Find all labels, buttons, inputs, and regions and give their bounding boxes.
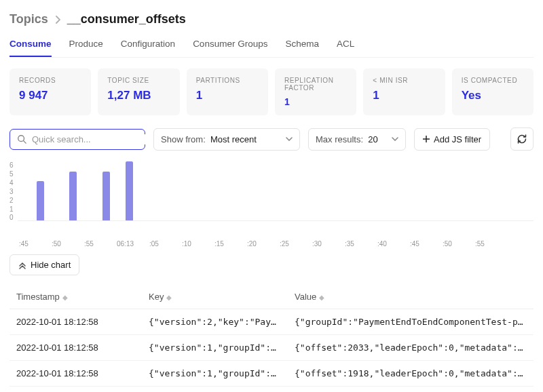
cell-key: {"version":1,"groupId":"… bbox=[142, 361, 288, 387]
stat-label: REPLICATION FACTOR bbox=[284, 77, 347, 92]
refresh-button[interactable] bbox=[510, 128, 533, 151]
stat-label: TOPIC SIZE bbox=[107, 77, 170, 84]
hide-chart-label: Hide chart bbox=[31, 260, 71, 270]
search-input-wrapper[interactable] bbox=[10, 129, 145, 150]
refresh-icon bbox=[517, 134, 527, 144]
tab-consumer-groups[interactable]: Consumer Groups bbox=[193, 39, 267, 57]
stats-row: RECORDS 9 947 TOPIC SIZE 1,27 MB PARTITI… bbox=[10, 68, 533, 115]
chevron-down-icon bbox=[392, 137, 398, 141]
hide-chart-button[interactable]: Hide chart bbox=[10, 254, 79, 275]
stat-replication-factor: REPLICATION FACTOR 1 bbox=[275, 68, 356, 115]
chart-yaxis: 6 5 4 3 2 1 0 bbox=[10, 161, 18, 221]
cell-value: {"offset":1918,"leaderEpoch":0,"metadata… bbox=[288, 361, 533, 387]
sort-icon: ◆ bbox=[319, 294, 324, 301]
search-input[interactable] bbox=[32, 134, 146, 144]
stat-label: < MIN ISR bbox=[373, 77, 435, 84]
maxresults-value: 20 bbox=[368, 134, 377, 144]
stat-label: PARTITIONS bbox=[196, 77, 259, 84]
breadcrumb-root[interactable]: Topics bbox=[10, 12, 48, 26]
showfrom-select[interactable]: Show from: Most recent bbox=[153, 128, 300, 151]
tab-bar: Consume Produce Configuration Consumer G… bbox=[10, 39, 533, 58]
stat-value: 1 bbox=[196, 90, 259, 102]
cell-value: {"groupId":"PaymentEndToEndComponentTest… bbox=[288, 309, 533, 335]
cell-key: {"version":2,"key":"Paym… bbox=[142, 309, 288, 335]
stat-topic-size: TOPIC SIZE 1,27 MB bbox=[98, 68, 179, 115]
table-row[interactable]: 2022-10-01 18:12:58 {"version":1,"groupI… bbox=[10, 335, 533, 361]
col-key[interactable]: Key◆ bbox=[142, 285, 288, 309]
chart-bar bbox=[102, 172, 110, 221]
chevron-down-icon bbox=[286, 137, 293, 141]
add-js-filter-label: Add JS filter bbox=[434, 134, 481, 144]
svg-line-1 bbox=[24, 141, 26, 144]
chart-bar bbox=[126, 161, 133, 220]
tab-consume[interactable]: Consume bbox=[10, 39, 52, 57]
stat-records: RECORDS 9 947 bbox=[10, 68, 91, 115]
maxresults-label: Max results: bbox=[316, 134, 363, 144]
table-row[interactable]: 2022-10-01 18:12:58 {"version":1,"groupI… bbox=[10, 361, 533, 387]
search-icon bbox=[17, 134, 26, 144]
table-row[interactable]: 2022-10-01 18:12:58 {"version":2,"key":"… bbox=[10, 309, 533, 335]
cell-key: {"version":1,"groupId":"… bbox=[142, 335, 288, 361]
controls-row: Show from: Most recent Max results: 20 A… bbox=[10, 128, 533, 151]
tab-schema[interactable]: Schema bbox=[285, 39, 319, 57]
stat-partitions: PARTITIONS 1 bbox=[187, 68, 268, 115]
chevron-right-icon bbox=[55, 16, 60, 24]
chart-bar bbox=[69, 172, 77, 221]
tab-configuration[interactable]: Configuration bbox=[121, 39, 175, 57]
stat-value: 1 bbox=[284, 97, 347, 107]
message-chart: 6 5 4 3 2 1 0 :45 :50 :55 06:13 :05 :10 … bbox=[10, 161, 533, 248]
col-value[interactable]: Value◆ bbox=[288, 285, 533, 309]
stat-is-compacted: IS COMPACTED Yes bbox=[452, 68, 533, 115]
stat-value: 1 bbox=[373, 90, 435, 102]
col-timestamp[interactable]: Timestamp◆ bbox=[10, 285, 142, 309]
maxresults-select[interactable]: Max results: 20 bbox=[308, 128, 406, 151]
chart-xaxis: :45 :50 :55 06:13 :05 :10 :15 :20 :25 :3… bbox=[19, 240, 533, 248]
stat-label: IS COMPACTED bbox=[462, 77, 524, 84]
stat-value: 9 947 bbox=[19, 90, 81, 102]
stat-value: 1,27 MB bbox=[107, 90, 170, 102]
sort-icon: ◆ bbox=[62, 294, 68, 301]
stat-min-isr: < MIN ISR 1 bbox=[363, 68, 445, 115]
chart-bar bbox=[37, 181, 44, 220]
showfrom-value: Most recent bbox=[210, 134, 257, 144]
sort-icon: ◆ bbox=[166, 294, 172, 301]
add-js-filter-button[interactable]: Add JS filter bbox=[414, 128, 490, 151]
tab-produce[interactable]: Produce bbox=[69, 39, 103, 57]
breadcrumb: Topics __consumer_offsets bbox=[10, 12, 533, 26]
breadcrumb-current: __consumer_offsets bbox=[67, 12, 186, 26]
tab-acl[interactable]: ACL bbox=[337, 39, 354, 57]
cell-value: {"offset":2033,"leaderEpoch":0,"metadata… bbox=[288, 335, 533, 361]
stat-value: Yes bbox=[462, 90, 524, 102]
messages-table: Timestamp◆ Key◆ Value◆ 2022-10-01 18:12:… bbox=[10, 285, 533, 387]
stat-label: RECORDS bbox=[19, 77, 81, 84]
chart-plot bbox=[18, 161, 533, 221]
cell-timestamp: 2022-10-01 18:12:58 bbox=[10, 309, 142, 335]
cell-timestamp: 2022-10-01 18:12:58 bbox=[10, 361, 142, 387]
chevrons-up-icon bbox=[18, 261, 26, 269]
showfrom-label: Show from: bbox=[161, 134, 206, 144]
plus-icon bbox=[423, 136, 430, 142]
cell-timestamp: 2022-10-01 18:12:58 bbox=[10, 335, 142, 361]
